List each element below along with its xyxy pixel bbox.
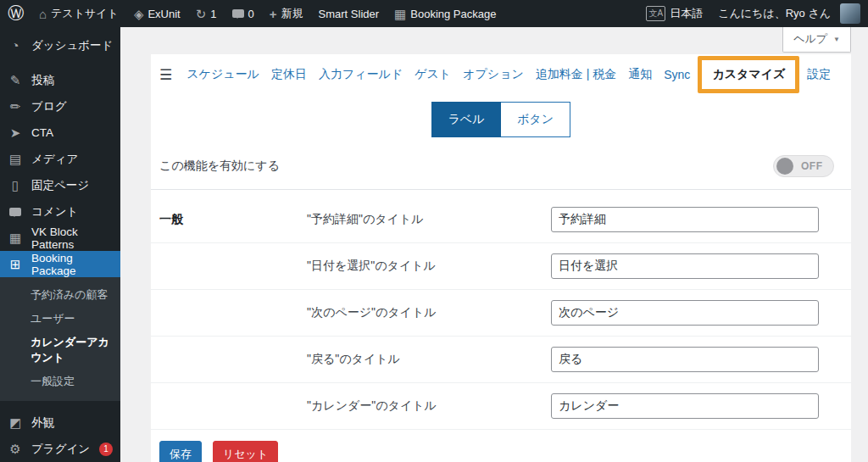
tab-input-fields[interactable]: 入力フィールド <box>313 67 409 82</box>
form-row: "戻る"のタイトル <box>151 337 851 383</box>
submenu-item-general-settings[interactable]: 一般設定 <box>0 370 120 393</box>
admin-bar: Ⓦ ⌂ テストサイト ◈ ExUnit ↻ 1 0 + 新規 Smart Sli… <box>0 0 868 27</box>
tab-schedule[interactable]: スケジュール <box>181 67 265 82</box>
form-actions: 保存 リセット <box>151 430 851 462</box>
sidebar-item-label: 外観 <box>31 415 54 431</box>
booking-package-label: Booking Package <box>410 8 496 20</box>
sidebar-item-label: Booking Package <box>31 252 114 277</box>
sidebar-item-label: CTA <box>31 126 53 139</box>
toggle-knob <box>776 158 793 175</box>
input-booking-details-title[interactable] <box>551 207 819 232</box>
field-label: "カレンダー"のタイトル <box>307 398 551 414</box>
field-label: "次のページ"のタイトル <box>307 305 551 320</box>
site-name-label: テストサイト <box>51 6 119 21</box>
tab-extra-fees-tax[interactable]: 追加料金 | 税金 <box>530 67 622 82</box>
language-switcher[interactable]: 文A 日本語 <box>638 0 710 27</box>
sidebar-item-vk-block-patterns[interactable]: ▦ VK Block Patterns <box>0 225 120 251</box>
input-calendar-title[interactable] <box>551 393 819 419</box>
site-name-link[interactable]: ⌂ テストサイト <box>31 0 126 27</box>
sidebar-item-dashboard[interactable]: ◔ ダッシュボード <box>0 32 120 58</box>
tab-sync[interactable]: Sync <box>658 68 696 81</box>
input-select-date-title[interactable] <box>551 253 819 279</box>
sidebar-item-blog[interactable]: ✏ ブログ <box>0 93 120 120</box>
sidebar-item-cta[interactable]: ➤ CTA <box>0 120 120 146</box>
form-row: 一般 "予約詳細"のタイトル <box>151 197 851 243</box>
admin-sidebar: ◔ ダッシュボード ✎ 投稿 ✏ ブログ ➤ CTA ▤ メディア ▯ 固定ペー… <box>0 27 120 462</box>
sidebar-item-appearance[interactable]: ◩ 外観 <box>0 409 120 436</box>
submenu-item-users[interactable]: ユーザー <box>0 307 120 331</box>
comments-count: 0 <box>248 8 254 20</box>
caret-down-icon: ▼ <box>833 36 840 43</box>
enable-feature-toggle[interactable]: OFF <box>773 155 834 177</box>
plus-icon: + <box>270 7 277 21</box>
save-button[interactable]: 保存 <box>159 441 202 462</box>
smart-slider-label: Smart Slider <box>319 8 380 20</box>
help-label: ヘルプ <box>793 31 827 47</box>
sidebar-item-label: ブログ <box>31 99 66 114</box>
sidebar-item-booking-package[interactable]: ⊞ Booking Package <box>0 251 120 277</box>
new-label: 新規 <box>281 6 303 21</box>
tab-settings[interactable]: 設定 <box>801 67 837 82</box>
comments-link[interactable]: 0 <box>225 0 262 27</box>
new-content-link[interactable]: + 新規 <box>262 0 311 27</box>
settings-tabbar: ☰ スケジュール 定休日 入力フィールド ゲスト オプション 追加料金 | 税金… <box>151 54 851 95</box>
smart-slider-link[interactable]: Smart Slider <box>311 0 387 27</box>
submenu-item-booked-customers[interactable]: 予約済みの顧客 <box>0 283 120 307</box>
blog-icon: ✏ <box>7 99 24 114</box>
exunit-label: ExUnit <box>147 8 180 20</box>
plugins-icon: ⚙ <box>7 442 24 457</box>
toggle-state-label: OFF <box>801 160 823 172</box>
labels-form: 一般 "予約詳細"のタイトル "日付を選択"のタイトル "次のページ"のタイトル… <box>151 190 851 430</box>
enable-feature-label: この機能を有効にする <box>159 159 280 174</box>
greeting-label: こんにちは、Ryo さん <box>718 6 831 21</box>
sidebar-item-comments[interactable]: コメント <box>0 198 120 225</box>
tab-options[interactable]: オプション <box>457 67 530 82</box>
updates-link[interactable]: ↻ 1 <box>188 0 225 27</box>
sidebar-item-label: メディア <box>31 152 78 167</box>
sidebar-item-label: ダッシュボード <box>31 38 113 53</box>
menu-toggle-icon[interactable]: ☰ <box>159 66 172 84</box>
tab-customize[interactable]: カスタマイズ <box>706 67 791 82</box>
wordpress-logo-icon: Ⓦ <box>8 3 24 25</box>
comments-icon <box>232 9 244 18</box>
posts-icon: ✎ <box>7 73 24 88</box>
exunit-icon: ◈ <box>134 8 144 20</box>
tab-closed-days[interactable]: 定休日 <box>265 67 313 82</box>
input-next-page-title[interactable] <box>551 300 819 326</box>
form-row: "カレンダー"のタイトル <box>151 383 851 430</box>
subtab-button[interactable]: ボタン <box>501 102 570 137</box>
tab-notifications[interactable]: 通知 <box>622 67 658 82</box>
language-label: 日本語 <box>670 6 703 21</box>
sidebar-separator <box>0 401 120 409</box>
exunit-link[interactable]: ◈ ExUnit <box>126 0 188 27</box>
booking-package-toolbar-link[interactable]: ▦ Booking Package <box>387 0 504 27</box>
admin-bar-right: 文A 日本語 こんにちは、Ryo さん <box>638 0 868 27</box>
comments-icon <box>7 204 24 219</box>
calendar-icon: ▦ <box>394 8 406 20</box>
wordpress-menu[interactable]: Ⓦ <box>0 0 31 27</box>
subtab-label[interactable]: ラベル <box>431 102 501 137</box>
sidebar-item-posts[interactable]: ✎ 投稿 <box>0 67 120 93</box>
field-label: "戻る"のタイトル <box>307 352 551 367</box>
section-title-general: 一般 <box>159 212 307 227</box>
sidebar-separator <box>0 58 120 67</box>
calendar-icon: ⊞ <box>7 257 24 272</box>
cta-icon: ➤ <box>7 125 24 141</box>
appearance-icon: ◩ <box>7 415 24 431</box>
sidebar-item-plugins[interactable]: ⚙ プラグイン 1 <box>0 436 120 462</box>
help-button[interactable]: ヘルプ ▼ <box>782 27 851 53</box>
input-back-title[interactable] <box>551 347 819 372</box>
media-icon: ▤ <box>7 152 24 167</box>
sidebar-item-media[interactable]: ▤ メディア <box>0 146 120 172</box>
avatar <box>840 3 860 24</box>
grid-icon: ▦ <box>7 231 24 246</box>
submenu-item-calendar-accounts[interactable]: カレンダーアカウント <box>0 331 120 370</box>
enable-feature-row: この機能を有効にする OFF <box>151 142 851 190</box>
sidebar-item-label: コメント <box>31 204 78 220</box>
account-menu[interactable]: こんにちは、Ryo さん <box>710 0 868 27</box>
tab-guests[interactable]: ゲスト <box>409 67 457 82</box>
sidebar-item-pages[interactable]: ▯ 固定ページ <box>0 172 120 198</box>
language-icon: 文A <box>646 6 665 21</box>
reset-button[interactable]: リセット <box>213 441 278 462</box>
pages-icon: ▯ <box>7 178 24 193</box>
